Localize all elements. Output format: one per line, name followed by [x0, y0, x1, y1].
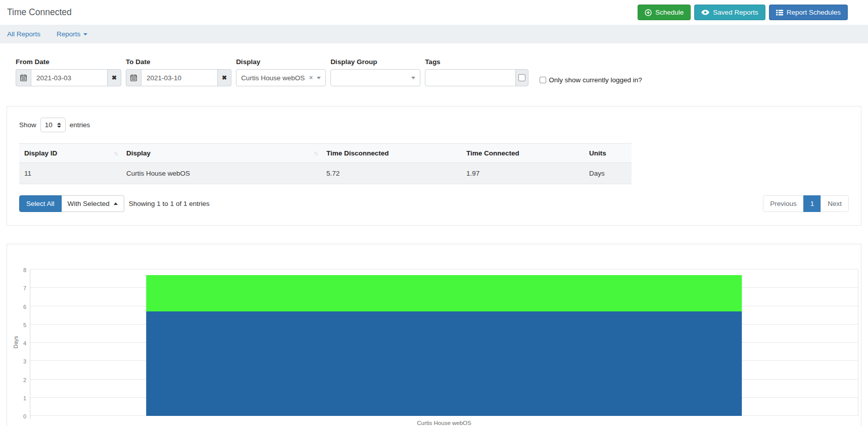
exact-tag-match-checkbox[interactable]	[518, 74, 525, 81]
entries-label: entries	[70, 121, 90, 129]
display-label: Display	[236, 58, 326, 66]
from-date-clear-button[interactable]: ✖	[108, 69, 121, 86]
y-tick-label: 7	[10, 285, 26, 291]
chevron-down-icon	[411, 77, 415, 79]
logged-in-filter: Only show currently logged in?	[540, 76, 642, 84]
col-time-connected[interactable]: Time Connected	[461, 144, 584, 163]
to-date-group: To Date ✖	[126, 58, 231, 86]
chart-card: Days 012345678 Curtis House webOS	[7, 244, 861, 426]
stacked-bar[interactable]	[146, 270, 742, 416]
with-selected-label: With Selected	[68, 200, 110, 207]
bar-segment-time-connected	[146, 275, 742, 311]
page-title: Time Connected	[7, 7, 72, 18]
cell-display-id: 11	[19, 163, 121, 184]
tags-input[interactable]	[425, 69, 516, 86]
exact-tag-match-addon	[515, 69, 528, 86]
saved-reports-button[interactable]: Saved Reports	[694, 5, 765, 20]
cell-display: Curtis House webOS	[121, 163, 321, 184]
table-row[interactable]: 11 Curtis House webOS 5.72 1.97 Days	[19, 163, 632, 184]
display-group-select[interactable]	[330, 69, 420, 86]
from-date-input[interactable]	[31, 69, 108, 86]
col-units[interactable]: Units	[584, 144, 632, 163]
x-axis-category-label: Curtis House webOS	[30, 420, 858, 426]
display-group: Display Curtis House webOS ×	[236, 58, 326, 86]
clear-x-icon: ✖	[222, 74, 227, 81]
eye-icon	[701, 10, 709, 15]
col-time-disconnected[interactable]: Time Disconnected	[321, 144, 461, 163]
calendar-icon	[16, 69, 31, 86]
chevron-up-icon	[114, 202, 118, 205]
report-filter-form: From Date ✖ To Date ✖ Display Curtis Hou…	[0, 43, 868, 86]
pagination-next[interactable]: Next	[821, 195, 849, 212]
page-length-value: 10	[45, 121, 53, 129]
col-display-id[interactable]: Display ID↑↓	[19, 144, 121, 163]
display-select-value: Curtis House webOS	[241, 74, 306, 82]
reports-nav: All Reports Reports	[0, 25, 868, 43]
page-header: Time Connected Schedule Saved Reports Re…	[0, 0, 868, 25]
sort-icon: ↑↓	[314, 150, 317, 156]
y-tick-label: 1	[10, 395, 26, 401]
from-date-group: From Date ✖	[16, 58, 121, 86]
cell-time-disconnected: 5.72	[321, 163, 461, 184]
nav-reports-label: Reports	[57, 30, 80, 38]
tags-group: Tags	[425, 58, 528, 86]
report-schedules-button[interactable]: Report Schedules	[769, 5, 848, 20]
remove-selection-icon[interactable]: ×	[309, 74, 313, 81]
show-entries-control: Show 10 entries	[19, 118, 849, 132]
nav-reports-dropdown[interactable]: Reports	[57, 30, 87, 38]
from-date-label: From Date	[16, 58, 121, 66]
col-display[interactable]: Display↑↓	[121, 144, 321, 163]
y-tick-label: 8	[10, 267, 26, 273]
y-tick-label: 0	[10, 413, 26, 419]
sort-icon: ↑↓	[114, 150, 117, 156]
schedule-button-label: Schedule	[655, 9, 684, 16]
with-selected-dropdown[interactable]: With Selected	[62, 195, 124, 212]
show-label: Show	[19, 121, 36, 129]
report-schedules-button-label: Report Schedules	[787, 9, 841, 16]
select-arrows-icon	[57, 123, 61, 128]
results-card: Show 10 entries Display ID↑↓ Display↑↓ T…	[7, 106, 861, 226]
chevron-down-icon	[83, 33, 87, 35]
list-icon	[776, 10, 783, 16]
cell-units: Days	[584, 163, 632, 184]
bar-segment-time-disconnected	[146, 311, 742, 416]
tags-label: Tags	[425, 58, 528, 66]
display-group-label: Display Group	[330, 58, 420, 66]
table-footer: Select All With Selected Showing 1 to 1 …	[19, 195, 849, 212]
table-header-row: Display ID↑↓ Display↑↓ Time Disconnected…	[19, 144, 632, 163]
clear-x-icon: ✖	[112, 74, 117, 81]
nav-all-reports[interactable]: All Reports	[7, 30, 40, 38]
y-tick-label: 4	[10, 340, 26, 346]
cell-time-connected: 1.97	[461, 163, 584, 184]
pagination-page-1[interactable]: 1	[803, 195, 822, 212]
plus-circle-icon	[645, 9, 652, 16]
pagination: Previous 1 Next	[763, 195, 849, 212]
saved-reports-button-label: Saved Reports	[713, 9, 758, 16]
calendar-icon	[126, 69, 141, 86]
schedule-button[interactable]: Schedule	[638, 5, 691, 20]
chart-plot[interactable]: 012345678	[30, 270, 858, 416]
to-date-clear-button[interactable]: ✖	[218, 69, 231, 86]
y-tick-label: 5	[10, 322, 26, 328]
y-tick-label: 3	[10, 358, 26, 364]
to-date-label: To Date	[126, 58, 231, 66]
page-length-select[interactable]: 10	[40, 118, 66, 132]
logged-in-label: Only show currently logged in?	[549, 76, 642, 84]
chevron-down-icon	[317, 77, 321, 79]
logged-in-checkbox[interactable]	[540, 77, 546, 83]
to-date-input[interactable]	[141, 69, 218, 86]
select-all-button[interactable]: Select All	[19, 195, 62, 212]
y-tick-label: 6	[10, 304, 26, 310]
pagination-previous[interactable]: Previous	[763, 195, 804, 212]
display-select[interactable]: Curtis House webOS ×	[236, 69, 326, 86]
time-connected-table: Display ID↑↓ Display↑↓ Time Disconnected…	[19, 143, 632, 184]
y-tick-label: 2	[10, 377, 26, 383]
showing-entries-info: Showing 1 to 1 of 1 entries	[129, 200, 210, 207]
header-actions: Schedule Saved Reports Report Schedules	[638, 5, 848, 20]
display-group-group: Display Group	[330, 58, 420, 86]
